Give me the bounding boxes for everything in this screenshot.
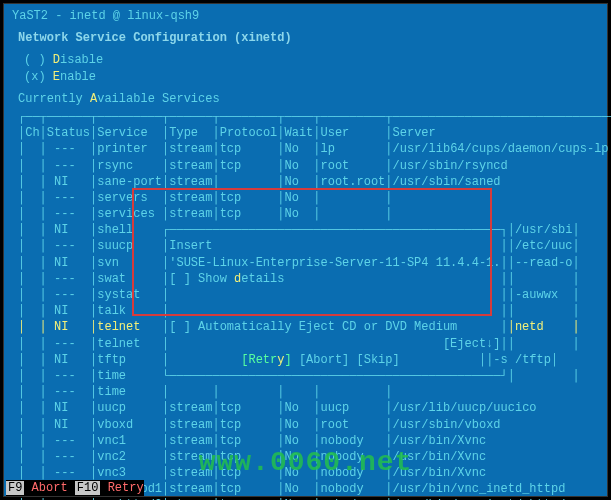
table-row[interactable]: │ │ --- │time │ │ │ │ │ │ │ xyxy=(18,384,593,400)
page-heading: Network Service Configuration (xinetd) xyxy=(18,30,593,46)
function-keys-bar: F9 Abort F10 Retry xyxy=(6,480,144,496)
table-row[interactable]: │ │ --- │suucp │Insert ││/etc/uuc│ xyxy=(18,238,593,254)
table-row[interactable]: │ │ NI │tftp │ [Retry] [Abort] [Skip] ││… xyxy=(18,352,593,368)
f9-key[interactable]: F9 xyxy=(6,481,24,495)
table-row[interactable]: │ │ --- │servers │stream│tcp │No │ │ │ │ xyxy=(18,190,593,206)
enable-marker: (x) xyxy=(24,70,46,84)
enable-hotkey: E xyxy=(53,70,60,84)
services-table[interactable]: ┌──┬──────┬─────────┬──────┬────────┬───… xyxy=(18,109,593,500)
f10-key[interactable]: F10 xyxy=(75,481,101,495)
table-row[interactable]: │ │ NI │telnet │[ ] Automatically Eject … xyxy=(18,319,593,335)
table-row[interactable]: │ │ --- │swat │[ ] Show details ││ │ xyxy=(18,271,593,287)
services-label: Currently Available Services xyxy=(18,91,593,107)
disable-radio[interactable]: ( ) Disable xyxy=(24,52,593,68)
app-screen: YaST2 - inetd @ linux-qsh9 Network Servi… xyxy=(3,3,608,497)
table-row[interactable]: │ │ NI │vboxd │stream│tcp │No │root │/us… xyxy=(18,417,593,433)
f9-label: Abort xyxy=(32,481,68,495)
watermark: www.0060.net xyxy=(199,444,413,482)
main-content: Network Service Configuration (xinetd) (… xyxy=(4,28,607,500)
table-row[interactable]: │ │ --- │services │stream│tcp │No │ │ │ … xyxy=(18,206,593,222)
enable-label-rest: nable xyxy=(60,70,96,84)
table-row[interactable]: │ │ --- │rsync │stream│tcp │No │root │/u… xyxy=(18,158,593,174)
table-row[interactable]: │ │ NI │svn │'SUSE-Linux-Enterprise-Serv… xyxy=(18,255,593,271)
table-row[interactable]: │ │ --- │time └─────────────────────────… xyxy=(18,368,593,384)
table-row[interactable]: │ │ NI │shell ┌─────────────────────────… xyxy=(18,222,593,238)
table-row[interactable]: │ │ NI │sane-port│stream│ │No │root.root… xyxy=(18,174,593,190)
f10-label: Retry xyxy=(108,481,144,495)
enable-radio[interactable]: (x) Enable xyxy=(24,69,593,85)
window-title: YaST2 - inetd @ linux-qsh9 xyxy=(4,4,607,28)
table-row[interactable]: │ │ NI │uucp │stream│tcp │No │uucp │/usr… xyxy=(18,400,593,416)
table-row[interactable]: │ │ NI │talk │ ││ │ xyxy=(18,303,593,319)
services-label-post: vailable Services xyxy=(97,92,219,106)
table-row[interactable]: │ │ --- │printer │stream│tcp │No │lp │/u… xyxy=(18,141,593,157)
table-border-top: ┌──┬──────┬─────────┬──────┬────────┬───… xyxy=(18,109,593,125)
table-row[interactable]: │ │ --- │systat │ ││-auwwx │ xyxy=(18,287,593,303)
table-header: │Ch│Status│Service │Type │Protocol│Wait│… xyxy=(18,125,593,141)
disable-hotkey: D xyxy=(53,53,60,67)
services-label-pre: Currently xyxy=(18,92,90,106)
disable-label-rest: isable xyxy=(60,53,103,67)
enable-disable-group: ( ) Disable (x) Enable xyxy=(24,52,593,84)
table-row[interactable]: │ │ --- │telnet │ [Eject↓]││ │ xyxy=(18,336,593,352)
disable-marker: ( ) xyxy=(24,53,46,67)
